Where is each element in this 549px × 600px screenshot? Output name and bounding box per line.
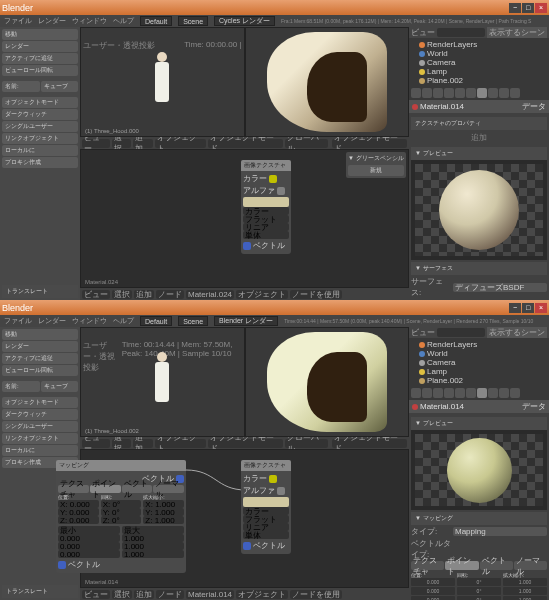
viewport-right[interactable] <box>245 327 410 437</box>
tab-object-icon[interactable] <box>455 88 465 98</box>
tool-btn[interactable]: プロキシ作成 <box>2 157 78 168</box>
map-tab[interactable]: ノーマル <box>153 485 184 493</box>
nf-obj[interactable]: オブジェクト <box>236 290 288 299</box>
menu-file[interactable]: ファイル <box>4 16 32 26</box>
num-field[interactable]: 1.000 <box>503 578 547 586</box>
tab-material-icon[interactable] <box>477 388 487 398</box>
outliner[interactable]: RenderLayers World Camera Lamp Plane.002 <box>409 338 549 386</box>
vp-menu-add[interactable]: 追加 <box>133 139 153 148</box>
tool-btn[interactable]: シングルユーザー <box>2 121 78 132</box>
tool-btn[interactable]: オブジェクトモード <box>2 97 78 108</box>
map-tab-active[interactable]: ポイント <box>90 485 121 493</box>
num-field[interactable]: 0.000 <box>411 596 455 600</box>
outliner[interactable]: RenderLayers World Camera Lamp Plane.002 <box>409 38 549 86</box>
minimize-button[interactable]: − <box>509 3 521 13</box>
viewport-right[interactable] <box>245 27 410 137</box>
ol-search[interactable] <box>437 28 485 37</box>
vp-menu-add[interactable]: 追加 <box>133 439 153 448</box>
num-field[interactable]: 0° <box>457 578 501 586</box>
minimize-button[interactable]: − <box>509 303 521 313</box>
num-field[interactable]: 1.000 <box>503 596 547 600</box>
menu-window[interactable]: ウィンドウ <box>72 316 107 326</box>
tool-btn[interactable]: アクティブに追従 <box>2 53 78 64</box>
min-val[interactable]: 0.000 <box>58 550 120 558</box>
gp-title[interactable]: ▼ グリースペンシル <box>348 154 404 163</box>
vp-mode-dropdown[interactable]: オブジェクトモード <box>208 139 283 148</box>
tab-scene-icon[interactable] <box>433 88 443 98</box>
nf-select[interactable]: 選択 <box>112 290 132 299</box>
tab-particle-icon[interactable] <box>499 388 509 398</box>
nf-select[interactable]: 選択 <box>112 590 132 599</box>
socket-icon[interactable] <box>269 175 277 183</box>
maximize-button[interactable]: □ <box>522 3 534 13</box>
add-label[interactable]: 追加 <box>411 130 547 145</box>
viewport-left[interactable]: ユーザー・透視投影Time: 00:00.00 | (1) Three_Hood… <box>80 27 245 137</box>
vt-norm[interactable]: ノーマル <box>514 561 547 570</box>
engine-dropdown[interactable]: Cycles レンダー <box>214 16 275 26</box>
socket-icon[interactable] <box>277 487 285 495</box>
tool-btn[interactable]: リンクオブジェクト <box>2 433 78 444</box>
nf-usenodes[interactable]: ノードを使用 <box>290 590 342 599</box>
vp-menu-select[interactable]: 選択 <box>112 439 132 448</box>
socket-icon[interactable] <box>243 542 251 550</box>
socket-icon[interactable] <box>58 561 66 569</box>
tab-texture-icon[interactable] <box>488 388 498 398</box>
vp-menu-view[interactable]: ビュー <box>82 439 110 448</box>
nf-node[interactable]: ノード <box>156 590 184 599</box>
material-name[interactable]: Material.014 <box>420 102 464 111</box>
viewport-left[interactable]: ユーザー・透視投影Time: 00:14.44 | Mem: 57.50M, P… <box>80 327 245 437</box>
tool-btn[interactable]: ビューロール回転 <box>2 65 78 76</box>
tool-btn[interactable]: 移動 <box>2 29 78 40</box>
vp-menu-object[interactable]: オブジェクト <box>155 439 206 448</box>
tool-btn[interactable]: レンダー <box>2 41 78 52</box>
loc-z[interactable]: Z: 0.000 <box>58 516 99 524</box>
tool-btn[interactable]: 移動 <box>2 329 78 340</box>
tab-render-icon[interactable] <box>411 88 421 98</box>
layout-dropdown[interactable]: Default <box>140 316 172 326</box>
surface-header[interactable]: ▼ サーフェス <box>411 262 547 275</box>
ol-layer-btn[interactable]: 表示するシーン <box>487 27 547 38</box>
tool-btn[interactable]: ローカルに <box>2 145 78 156</box>
nf-add[interactable]: 追加 <box>134 590 154 599</box>
vt-vec[interactable]: ベクトル <box>480 561 513 570</box>
node-editor[interactable]: ▼ グリースペンシル 新規 画像テクスチャ カラー アルファ カラー フラット … <box>80 149 409 288</box>
tool-btn[interactable]: リンクオブジェクト <box>2 133 78 144</box>
tool-btn[interactable]: オブジェクトモード <box>2 397 78 408</box>
menu-file[interactable]: ファイル <box>4 316 32 326</box>
num-field[interactable]: 0° <box>457 587 501 595</box>
tool-btn[interactable]: シングルユーザー <box>2 421 78 432</box>
socket-icon[interactable] <box>277 187 285 195</box>
nf-usenodes[interactable]: ノードを使用 <box>290 290 342 299</box>
tab-modifier-icon[interactable] <box>466 388 476 398</box>
tool-btn[interactable]: ダークウィッチ <box>2 109 78 120</box>
node-editor[interactable]: マッピング ベクトル テクスチャ ポイント ベクトル ノーマル 位置: X: 0… <box>80 449 409 588</box>
tab-layers-icon[interactable] <box>422 88 432 98</box>
tab-particle-icon[interactable] <box>499 88 509 98</box>
name-field[interactable]: キューブ <box>41 81 79 92</box>
vt-tex[interactable]: テクスチャ <box>411 561 444 570</box>
type-value[interactable]: Mapping <box>453 527 547 536</box>
tex-property-label[interactable]: テクスチャのプロパティ <box>411 117 547 130</box>
vt-point[interactable]: ポイント <box>445 561 478 570</box>
tool-btn[interactable]: ローカルに <box>2 445 78 456</box>
scene-dropdown[interactable]: Scene <box>178 16 208 26</box>
menu-render[interactable]: レンダー <box>38 16 66 26</box>
surface-value[interactable]: ディフューズBSDF <box>453 283 547 292</box>
nf-view[interactable]: ビュー <box>82 290 110 299</box>
socket-icon[interactable] <box>269 475 277 483</box>
maximize-button[interactable]: □ <box>522 303 534 313</box>
tool-btn[interactable]: ビューロール回転 <box>2 365 78 376</box>
engine-dropdown[interactable]: Blender レンダー <box>214 316 278 326</box>
image-texture-node[interactable]: 画像テクスチャ カラー アルファ カラー フラット リニア 単体 ベクトル <box>241 460 291 554</box>
data-mode[interactable]: データ <box>522 401 546 412</box>
num-field[interactable]: 0.000 <box>411 587 455 595</box>
tab-texture-icon[interactable] <box>488 88 498 98</box>
scene-dropdown[interactable]: Scene <box>178 316 208 326</box>
vp-mode-dropdown[interactable]: オブジェクトモード <box>208 439 283 448</box>
nf-add[interactable]: 追加 <box>134 290 154 299</box>
gp-new-btn[interactable]: 新規 <box>348 165 404 176</box>
menu-render[interactable]: レンダー <box>38 316 66 326</box>
vp-mode2[interactable]: オブジェクトモード <box>332 139 407 148</box>
name-field[interactable]: キューブ <box>41 381 79 392</box>
close-button[interactable]: × <box>535 3 547 13</box>
